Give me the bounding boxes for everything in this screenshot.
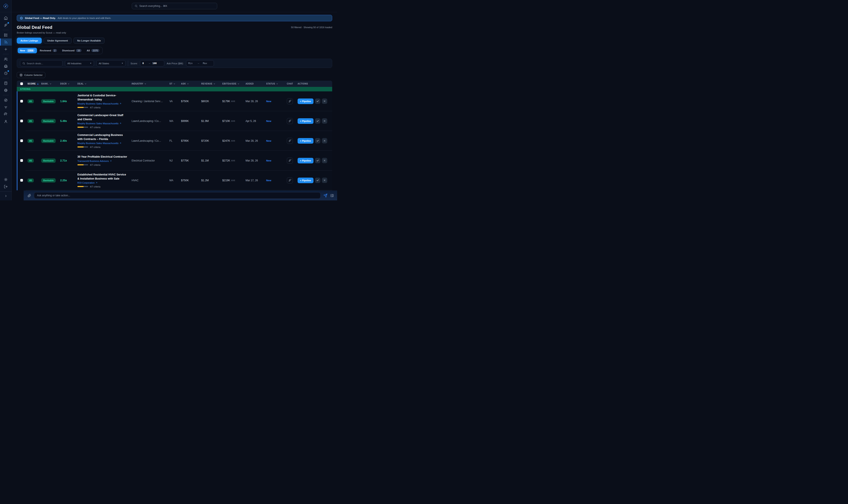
approve-button[interactable]	[315, 98, 320, 104]
column-header-deal[interactable]: DEAL	[77, 83, 131, 85]
approve-button[interactable]	[315, 158, 320, 163]
add-to-pipeline-button[interactable]: + Pipeline	[297, 118, 313, 124]
add-to-pipeline-button[interactable]: + Pipeline	[297, 138, 313, 144]
add-to-pipeline-button[interactable]: + Pipeline	[297, 178, 313, 183]
tab-under-agreement[interactable]: Under Agreement	[44, 38, 72, 44]
tab-active-listings[interactable]: Active Listings	[17, 38, 42, 44]
deal-title[interactable]: Commercial Landscaping Business with Con…	[77, 133, 129, 141]
ai-chat-button[interactable]	[287, 138, 293, 144]
ask-max-placeholder[interactable]: Max	[203, 62, 207, 65]
ask-cell: $750K	[181, 100, 201, 103]
criteria-progress-bar	[77, 107, 88, 108]
ebitda-cell: $247K SDE	[222, 139, 246, 142]
assistant-input[interactable]	[34, 192, 321, 199]
column-header-st[interactable]: ST	[169, 83, 181, 85]
sidebar-item-global-feed[interactable]	[0, 38, 12, 46]
approve-button[interactable]	[315, 138, 320, 143]
column-header-revenue[interactable]: REVENUE	[201, 83, 222, 85]
ai-chat-button[interactable]	[287, 158, 293, 164]
sidebar-item-add-new[interactable]	[0, 46, 12, 53]
dscr-value: 2.40x	[60, 139, 77, 142]
dismiss-button[interactable]	[322, 158, 327, 163]
deal-search-input[interactable]	[27, 62, 60, 65]
external-link-icon	[119, 142, 122, 144]
approve-button[interactable]	[315, 118, 320, 124]
logout-button[interactable]	[0, 183, 12, 190]
row-checkbox[interactable]	[20, 100, 23, 103]
row-checkbox[interactable]	[20, 139, 23, 142]
score-range-input[interactable]: 0 – 100	[140, 60, 164, 67]
score-min-value[interactable]: 0	[142, 62, 149, 65]
sidebar-item-history[interactable]	[0, 70, 12, 77]
row-checkbox[interactable]	[20, 159, 23, 162]
subtab-new[interactable]: New 2358	[18, 48, 37, 53]
sidebar-item-filters[interactable]	[0, 104, 12, 111]
sidebar-item-profile[interactable]	[0, 118, 12, 125]
subtab-reviewed[interactable]: Reviewed 2	[37, 48, 59, 53]
column-header-industry[interactable]: INDUSTRY	[131, 83, 169, 85]
add-to-pipeline-button[interactable]: + Pipeline	[297, 158, 313, 163]
column-header-actions[interactable]: ACTIONS	[297, 83, 332, 85]
sidebar-item-ai-assistant[interactable]	[0, 21, 12, 29]
dismiss-button[interactable]	[322, 178, 327, 183]
subtab-all[interactable]: All 2375	[84, 48, 102, 53]
ai-chat-button[interactable]	[287, 98, 293, 104]
deal-title[interactable]: Established Residential HVAC Service & I…	[77, 173, 129, 180]
column-header-status[interactable]: STATUS	[266, 83, 287, 85]
broker-link[interactable]: Murphy Business Sales Massachusetts	[77, 102, 122, 105]
ask-price-range-input[interactable]: Min – Max	[186, 60, 214, 67]
column-header-bank[interactable]: BANK.	[41, 83, 60, 85]
attach-file-button[interactable]	[28, 194, 31, 197]
global-search-input[interactable]	[139, 4, 214, 7]
column-header-ask[interactable]: ASK	[181, 83, 201, 85]
banner-title: Global Feed — Read Only.	[25, 17, 56, 19]
score-max-value[interactable]: 100	[152, 62, 157, 65]
sidebar-item-web[interactable]	[0, 87, 12, 94]
sidebar-item-companies[interactable]	[0, 62, 12, 70]
column-selector-button[interactable]: Column Selector	[17, 72, 46, 78]
column-header-added[interactable]: ADDED	[246, 83, 266, 85]
column-header-chat[interactable]: CHAT	[287, 83, 297, 85]
ask-min-placeholder[interactable]: Min	[188, 62, 196, 65]
deal-search[interactable]	[20, 60, 62, 67]
sidebar-item-home[interactable]	[0, 14, 12, 21]
column-header-score[interactable]: SCORE	[28, 83, 41, 85]
ai-chat-button[interactable]	[287, 177, 293, 183]
row-checkbox[interactable]	[20, 179, 23, 182]
sidebar-expand-button[interactable]	[0, 193, 12, 200]
ai-chat-button[interactable]	[287, 118, 293, 124]
add-to-pipeline-button[interactable]: + Pipeline	[297, 98, 313, 104]
theme-toggle[interactable]	[0, 176, 12, 183]
tab-no-longer-available[interactable]: No Longer Available	[74, 38, 105, 44]
subtab-count-badge: 2358	[27, 49, 35, 52]
industry-select[interactable]: All Industries ▼	[65, 60, 94, 67]
sidebar-item-contacts[interactable]	[0, 55, 12, 62]
sidebar-item-deal-list[interactable]	[0, 31, 12, 38]
dismiss-button[interactable]	[322, 138, 327, 143]
sidebar-item-calculator[interactable]	[0, 79, 12, 87]
broker-link[interactable]: Transworld Business Advisors	[77, 160, 112, 162]
sidebar-item-radar[interactable]	[0, 111, 12, 118]
deal-title[interactable]: Commercial Landscaper-Great Staff and Cl…	[77, 113, 129, 121]
state-select[interactable]: All States ▼	[96, 60, 126, 67]
send-button[interactable]	[323, 194, 327, 198]
dismiss-button[interactable]	[322, 118, 327, 124]
app-logo[interactable]	[0, 0, 12, 12]
approve-button[interactable]	[315, 178, 320, 183]
deal-title[interactable]: Janitorial & Custodial Service-Shenandoa…	[77, 93, 129, 101]
broker-link[interactable]: Murphy Business Sales Massachusetts	[77, 122, 122, 125]
column-header-ebitda-sde[interactable]: EBITDA/SDE	[222, 83, 246, 85]
broker-link[interactable]: ROI Corporation	[77, 181, 97, 184]
select-all-checkbox[interactable]	[20, 82, 23, 85]
row-checkbox[interactable]	[20, 120, 23, 122]
broker-link[interactable]: Murphy Business Sales Massachusetts	[77, 142, 122, 144]
global-search[interactable]	[132, 3, 217, 9]
bankable-badge: Bankable	[41, 178, 56, 183]
dismiss-button[interactable]	[322, 98, 327, 104]
sidebar-item-explore[interactable]	[0, 96, 12, 104]
column-header-dscr[interactable]: DSCR	[60, 83, 77, 85]
dropdown-caret-icon: ▼	[90, 62, 92, 64]
subtab-dismissed[interactable]: Dismissed 15	[60, 48, 84, 53]
deal-title[interactable]: 30 Year Profitable Electrical Contractor	[77, 155, 127, 159]
collapse-panel-button[interactable]	[330, 194, 334, 197]
